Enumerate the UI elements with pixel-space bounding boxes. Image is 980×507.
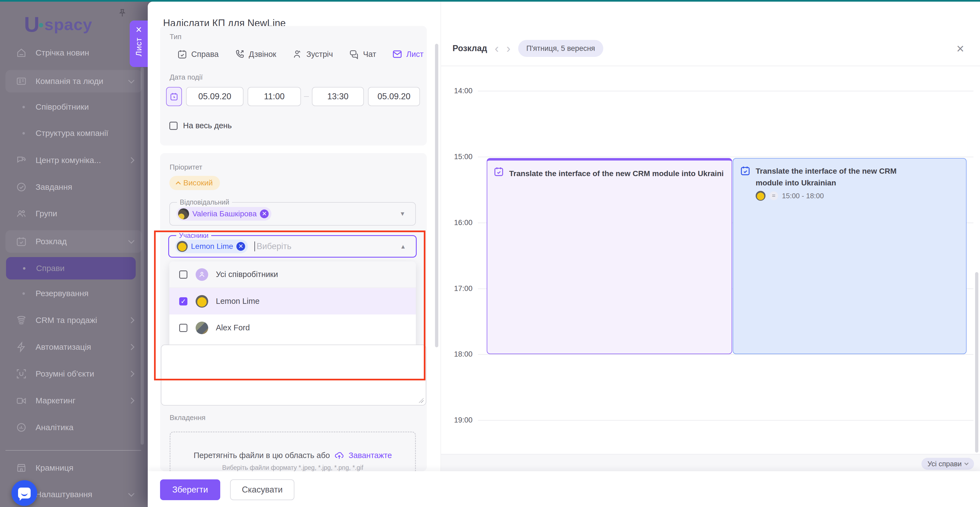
marketing-icon [16, 395, 27, 406]
avatar [178, 208, 189, 219]
responsible-select[interactable]: Відповідальний Valeriia Башкірова ✕ ▼ [169, 202, 416, 226]
dropdown-option-alex-ford[interactable]: Alex Ford [169, 315, 416, 341]
event-title: Translate the interface of the new CRM m… [756, 165, 925, 189]
type-option-meeting[interactable]: Зустріч [292, 49, 333, 59]
attachments-label: Вкладення [170, 413, 205, 422]
logo-u: U [24, 14, 38, 35]
range-dash [304, 96, 309, 97]
time-label: 18:00 [441, 350, 473, 359]
chevron-right-icon [128, 344, 135, 350]
chevron-right-icon [128, 157, 135, 164]
remove-chip-icon[interactable]: ✕ [260, 210, 269, 218]
participant-chip[interactable]: Lemon Lime ✕ [175, 240, 248, 253]
sidebar-item-communication-center[interactable]: Центр комуніка... [0, 152, 148, 169]
event-meta: = 15:00 - 18:00 [756, 191, 824, 201]
schedule-date-pill[interactable]: П'ятниця, 5 вересня [518, 40, 603, 57]
sidebar-item-shop[interactable]: Крамниця [0, 459, 148, 476]
sidebar-item-employees[interactable]: Співробітники [0, 99, 148, 115]
responsible-chip[interactable]: Valeriia Башкірова ✕ [177, 207, 271, 221]
start-time-input[interactable]: 11:00 [248, 87, 301, 106]
feed-icon [16, 47, 27, 58]
close-icon[interactable]: × [956, 42, 964, 55]
close-icon[interactable]: × [136, 24, 142, 35]
event-card-blue[interactable]: Translate the interface of the new CRM m… [733, 158, 967, 354]
tasks-icon [16, 181, 27, 192]
remove-chip-icon[interactable]: ✕ [236, 242, 245, 251]
sidebar-item-analytics[interactable]: Аналітика [0, 419, 148, 436]
type-option-letter-selected[interactable]: Лист [392, 49, 423, 59]
sidebar-item-marketing[interactable]: Маркетинг [0, 392, 148, 409]
sidebar-item-company-structure[interactable]: Структура компанії [0, 125, 148, 141]
type-option-task[interactable]: Справа [177, 49, 219, 59]
uspacy-logo[interactable]: U spacy [24, 14, 92, 35]
chevron-right-icon [128, 371, 135, 377]
sidebar-item-news-feed[interactable]: Стрічка новин [0, 44, 148, 61]
end-date-input[interactable]: 05.09.20 [368, 87, 420, 106]
date-picker-button[interactable] [166, 87, 182, 106]
details-section: Пріоритет Високий Відповідальний Valerii… [160, 153, 427, 471]
resize-handle[interactable] [418, 398, 423, 403]
chat-launcher-button[interactable] [11, 480, 37, 506]
participants-search-input[interactable]: Виберіть [255, 242, 291, 251]
sidebar-item-reservations[interactable]: Резервування [0, 285, 148, 302]
checkbox-checked[interactable]: ✓ [179, 297, 188, 305]
avatar [756, 191, 765, 201]
activities-filter-pill[interactable]: Усі справи [921, 458, 974, 470]
sidebar-item-schedule[interactable]: Розклад [5, 230, 142, 253]
sidebar-item-smart-objects[interactable]: Розумні об'єкти [0, 366, 148, 382]
avatar [196, 295, 208, 308]
cancel-button[interactable]: Скасувати [230, 479, 294, 500]
sidebar-item-automation[interactable]: Автоматизація [0, 339, 148, 356]
chevron-right-icon[interactable]: › [506, 42, 511, 54]
priority-label: Пріоритет [170, 163, 202, 172]
pin-sidebar-icon[interactable] [117, 8, 127, 19]
participants-label: Учасники [176, 232, 211, 240]
sidebar-item-company-people[interactable]: Компанія та люди [5, 70, 142, 92]
event-card-purple[interactable]: Translate the interface of the new CRM m… [487, 158, 732, 354]
type-date-section: Тип Справа Дзвінок Зустріч Чат [160, 26, 427, 146]
schedule-scrollbar[interactable] [975, 272, 978, 453]
schedule-icon [16, 236, 27, 247]
type-option-chat[interactable]: Чат [349, 49, 376, 59]
sidebar-item-tasks[interactable]: Завдання [0, 178, 148, 195]
dropdown-option-lemon-lime-selected[interactable]: ✓ Lemon Lime [169, 288, 416, 315]
calendar-check-icon [177, 49, 188, 59]
shop-icon [16, 462, 27, 474]
avatar [177, 241, 188, 252]
bullet-icon [22, 132, 25, 135]
dropdown-option-all-employees[interactable]: Усі співробітники [169, 261, 416, 288]
sidebar-scrollbar[interactable] [141, 67, 144, 445]
checkbox-unchecked[interactable] [179, 324, 188, 332]
upload-link[interactable]: Завантажте [348, 451, 392, 460]
chevron-up-icon[interactable]: ▲ [400, 243, 406, 250]
end-time-input[interactable]: 13:30 [312, 87, 364, 106]
dropzone-text: Перетягніть файли в цю область або [194, 451, 330, 460]
type-option-call[interactable]: Дзвінок [234, 49, 276, 59]
priority-badge[interactable]: Високий [169, 176, 220, 190]
time-label: 15:00 [441, 153, 473, 161]
checkbox-unchecked[interactable] [179, 270, 188, 279]
all-day-checkbox[interactable] [169, 122, 178, 130]
sidebar-item-crm-sales[interactable]: CRM та продажі [0, 312, 148, 329]
chat-icon [349, 49, 359, 59]
sidebar-item-groups[interactable]: Групи [0, 205, 148, 222]
description-textarea[interactable] [161, 345, 426, 405]
start-date-input[interactable]: 05.09.20 [186, 87, 243, 106]
participants-select[interactable]: Учасники Lemon Lime ✕ Виберіть ▲ [168, 235, 417, 257]
chevron-down-icon[interactable]: ▼ [399, 210, 406, 218]
calendar-check-icon [740, 165, 751, 176]
schedule-header: Розклад ‹ › П'ятниця, 5 вересня [452, 40, 603, 57]
save-button[interactable]: Зберегти [160, 479, 220, 500]
sidebar: U spacy Стрічка новин Компанія та люди С… [0, 2, 148, 507]
drawer-tab-letter[interactable]: × Лист [130, 21, 148, 67]
chevron-left-icon[interactable]: ‹ [495, 42, 499, 54]
form-scrollbar[interactable] [435, 44, 438, 347]
chevron-right-icon [128, 397, 135, 404]
bullet-icon [23, 267, 25, 270]
crm-icon [16, 315, 27, 326]
upload-cloud-icon [334, 450, 344, 460]
time-label: 16:00 [441, 218, 473, 227]
schedule-header-divider [441, 66, 980, 66]
phone-outgoing-icon [234, 49, 245, 59]
sidebar-item-activities-active[interactable]: Справи [6, 257, 136, 280]
